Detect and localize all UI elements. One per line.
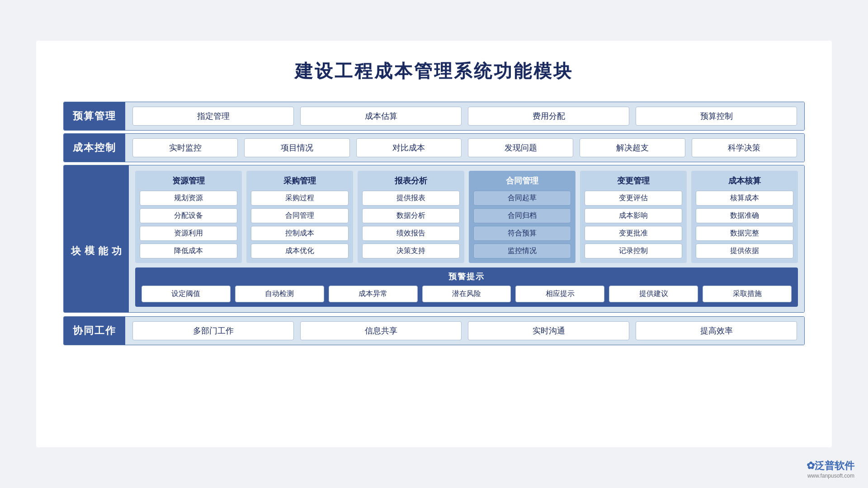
card-hesuan-title: 成本核算: [728, 175, 761, 186]
card-biangeng-item-1[interactable]: 成本影响: [585, 208, 682, 223]
yujing-btn-4[interactable]: 相应提示: [515, 286, 604, 302]
xietong-content: 多部门工作 信息共享 实时沟通 提高效率: [125, 317, 804, 345]
yujing-btn-0[interactable]: 设定阈值: [142, 286, 231, 302]
card-biangeng-item-2[interactable]: 变更批准: [585, 226, 682, 241]
xietong-label: 协同工作: [64, 317, 125, 345]
card-hetong-item-2[interactable]: 符合预算: [473, 226, 571, 241]
xietong-section: 协同工作 多部门工作 信息共享 实时沟通 提高效率: [63, 316, 805, 345]
chengben-item-1[interactable]: 项目情况: [244, 138, 349, 157]
gongneng-section: 功能模块 资源管理 规划资源 分配设备 资源利用 降低成本 采购管理 采购过程 …: [63, 165, 805, 313]
chengben-label: 成本控制: [64, 134, 125, 162]
card-ziyuan-item-2[interactable]: 资源利用: [140, 226, 237, 241]
card-hesuan: 成本核算 核算成本 数据准确 数据完整 提供依据: [691, 171, 798, 263]
yusuan-content: 指定管理 成本估算 费用分配 预算控制: [125, 102, 804, 130]
card-caigou-title: 采购管理: [283, 175, 316, 186]
yujing-section: 预警提示 设定阈值 自动检测 成本异常 潜在风险 相应提示 提供建议 采取措施: [135, 267, 798, 307]
card-hetong-item-0[interactable]: 合同起草: [473, 191, 571, 206]
card-biangeng-item-0[interactable]: 变更评估: [585, 191, 682, 206]
yusuan-section: 预算管理 指定管理 成本估算 费用分配 预算控制: [63, 102, 805, 131]
card-baobiao-item-2[interactable]: 绩效报告: [362, 226, 460, 241]
card-biangeng-title: 变更管理: [617, 175, 650, 186]
chengben-item-2[interactable]: 对比成本: [356, 138, 462, 157]
chengben-section: 成本控制 实时监控 项目情况 对比成本 发现问题 解决超支 科学决策: [63, 133, 805, 162]
chengben-item-4[interactable]: 解决超支: [580, 138, 685, 157]
watermark-logo: ✿泛普软件: [807, 459, 854, 473]
yujing-btn-1[interactable]: 自动检测: [235, 286, 324, 302]
card-hesuan-item-3[interactable]: 提供依据: [696, 244, 793, 258]
yusuan-item-0[interactable]: 指定管理: [132, 107, 294, 126]
page-title: 建设工程成本管理系统功能模块: [63, 59, 805, 84]
card-biangeng-item-3[interactable]: 记录控制: [585, 244, 682, 258]
gongneng-right: 资源管理 规划资源 分配设备 资源利用 降低成本 采购管理 采购过程 合同管理 …: [129, 165, 804, 312]
watermark-url: www.fanpusoft.com: [807, 473, 854, 479]
yusuan-item-3[interactable]: 预算控制: [636, 107, 797, 126]
card-baobiao-title: 报表分析: [395, 175, 427, 186]
chengben-item-5[interactable]: 科学决策: [692, 138, 797, 157]
xietong-item-2[interactable]: 实时沟通: [468, 321, 629, 340]
xietong-item-0[interactable]: 多部门工作: [132, 321, 294, 340]
yujing-btn-5[interactable]: 提供建议: [609, 286, 698, 302]
yusuan-label: 预算管理: [64, 102, 125, 130]
card-caigou: 采购管理 采购过程 合同管理 控制成本 成本优化: [246, 171, 353, 263]
card-hesuan-item-0[interactable]: 核算成本: [696, 191, 793, 206]
card-baobiao-item-1[interactable]: 数据分析: [362, 208, 460, 223]
function-cards: 资源管理 规划资源 分配设备 资源利用 降低成本 采购管理 采购过程 合同管理 …: [135, 171, 798, 263]
chengben-item-0[interactable]: 实时监控: [132, 138, 238, 157]
card-hetong-item-3[interactable]: 监控情况: [473, 244, 571, 258]
yujing-btns: 设定阈值 自动检测 成本异常 潜在风险 相应提示 提供建议 采取措施: [142, 286, 792, 302]
card-caigou-item-1[interactable]: 合同管理: [251, 208, 349, 223]
yujing-btn-6[interactable]: 采取措施: [703, 286, 792, 302]
yusuan-item-2[interactable]: 费用分配: [468, 107, 629, 126]
yujing-title: 预警提示: [142, 271, 792, 282]
watermark: ✿泛普软件 www.fanpusoft.com: [807, 459, 854, 479]
card-caigou-item-2[interactable]: 控制成本: [251, 226, 349, 241]
card-ziyuan-item-3[interactable]: 降低成本: [140, 244, 237, 258]
yusuan-item-1[interactable]: 成本估算: [300, 107, 462, 126]
yujing-btn-2[interactable]: 成本异常: [329, 286, 418, 302]
card-ziyuan: 资源管理 规划资源 分配设备 资源利用 降低成本: [135, 171, 242, 263]
yujing-btn-3[interactable]: 潜在风险: [422, 286, 511, 302]
card-ziyuan-title: 资源管理: [172, 175, 205, 186]
card-baobiao-item-0[interactable]: 提供报表: [362, 191, 460, 206]
card-caigou-item-3[interactable]: 成本优化: [251, 244, 349, 258]
card-ziyuan-item-1[interactable]: 分配设备: [140, 208, 237, 223]
card-hetong-title: 合同管理: [506, 175, 538, 186]
card-ziyuan-item-0[interactable]: 规划资源: [140, 191, 237, 206]
card-hesuan-item-2[interactable]: 数据完整: [696, 226, 793, 241]
card-hetong: 合同管理 合同起草 合同归档 符合预算 监控情况: [469, 171, 576, 263]
xietong-item-1[interactable]: 信息共享: [300, 321, 462, 340]
card-baobiao: 报表分析 提供报表 数据分析 绩效报告 决策支持: [358, 171, 464, 263]
chengben-content: 实时监控 项目情况 对比成本 发现问题 解决超支 科学决策: [125, 134, 804, 162]
gongneng-label: 功能模块: [64, 165, 129, 312]
card-hesuan-item-1[interactable]: 数据准确: [696, 208, 793, 223]
xietong-item-3[interactable]: 提高效率: [636, 321, 797, 340]
card-baobiao-item-3[interactable]: 决策支持: [362, 244, 460, 258]
page-container: 建设工程成本管理系统功能模块 预算管理 指定管理 成本估算 费用分配 预算控制 …: [36, 41, 832, 447]
card-biangeng: 变更管理 变更评估 成本影响 变更批准 记录控制: [580, 171, 687, 263]
chengben-item-3[interactable]: 发现问题: [468, 138, 573, 157]
card-caigou-item-0[interactable]: 采购过程: [251, 191, 349, 206]
card-hetong-item-1[interactable]: 合同归档: [473, 208, 571, 223]
